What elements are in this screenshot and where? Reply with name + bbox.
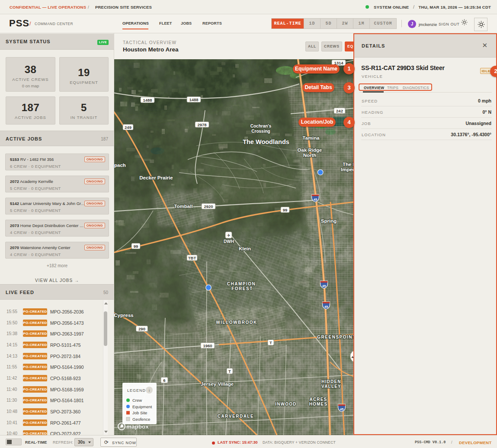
svg-text:45: 45 [314, 198, 317, 202]
svg-text:290: 290 [138, 326, 145, 331]
svg-text:45: 45 [322, 284, 326, 288]
svg-text:GREENSPOINT: GREENSPOINT [317, 335, 354, 339]
svg-text:Jersey Village: Jersey Village [201, 381, 234, 387]
svg-text:DWH: DWH [224, 239, 234, 244]
svg-text:242: 242 [336, 109, 343, 113]
svg-text:Cochran's: Cochran's [250, 124, 272, 128]
svg-text:Spring: Spring [321, 218, 337, 224]
svg-text:Tamina: Tamina [302, 135, 320, 141]
svg-text:HOMES: HOMES [309, 402, 328, 406]
svg-text:✈: ✈ [227, 233, 230, 238]
svg-text:1488: 1488 [143, 98, 152, 102]
svg-text:The L: The L [343, 162, 354, 167]
svg-text:Decker Prairie: Decker Prairie [139, 175, 173, 180]
svg-text:FOREST: FOREST [231, 286, 253, 291]
svg-text:249: 249 [125, 125, 131, 130]
svg-text:mapbox: mapbox [126, 423, 149, 430]
svg-text:TBT: TBT [188, 256, 196, 260]
svg-text:CARVERDALE: CARVERDALE [218, 414, 254, 419]
svg-text:Job Site: Job Site [132, 410, 147, 415]
svg-text:LEGEND: LEGEND [127, 388, 146, 393]
svg-text:99: 99 [283, 208, 288, 212]
svg-text:Equipment: Equipment [132, 404, 152, 409]
svg-text:T: T [228, 369, 231, 374]
svg-text:ACRES: ACRES [309, 397, 327, 402]
svg-text:2978: 2978 [197, 122, 206, 127]
svg-text:99: 99 [134, 244, 138, 249]
svg-text:WILLOWBROOK: WILLOWBROOK [216, 320, 257, 325]
svg-text:INWOOD: INWOOD [275, 402, 296, 406]
svg-text:Crew: Crew [132, 398, 142, 403]
svg-text:CHAMPION: CHAMPION [227, 282, 256, 286]
svg-text:Cypress: Cypress [114, 313, 134, 318]
svg-text:6: 6 [163, 378, 165, 383]
svg-text:1960: 1960 [203, 343, 212, 348]
svg-text:i: i [149, 388, 150, 393]
svg-text:T: T [269, 340, 272, 345]
svg-text:Imper: Imper [341, 167, 354, 172]
svg-text:Geofence: Geofence [132, 417, 150, 422]
svg-text:45: 45 [324, 305, 328, 309]
svg-text:2920: 2920 [204, 204, 213, 209]
svg-text:Crossing: Crossing [251, 129, 270, 134]
svg-text:North: North [303, 153, 317, 158]
svg-text:Klein: Klein [239, 246, 251, 251]
svg-text:1488: 1488 [189, 97, 198, 102]
svg-text:pach: pach [114, 163, 126, 168]
svg-text:45: 45 [340, 407, 343, 411]
svg-text:HIDDEN: HIDDEN [321, 379, 341, 384]
svg-text:Oak Ridge: Oak Ridge [298, 147, 322, 153]
svg-text:The Woodlands: The Woodlands [243, 138, 289, 145]
svg-text:Tomball: Tomball [174, 204, 192, 209]
svg-text:VALLEY: VALLEY [321, 384, 341, 389]
